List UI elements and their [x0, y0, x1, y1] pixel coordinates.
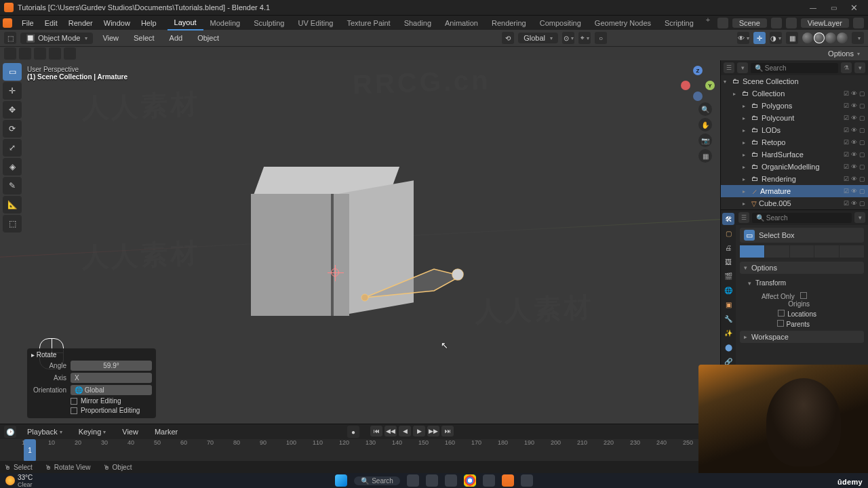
new-collection-icon[interactable]: ▾: [854, 62, 865, 73]
orientation-select[interactable]: Global: [518, 33, 558, 43]
orientation-icon[interactable]: ⟲: [502, 32, 514, 44]
obs-icon[interactable]: [521, 474, 533, 487]
outliner-item-collection[interactable]: ▸🗀Collection☑👁▢: [721, 87, 868, 100]
ptab-scene[interactable]: 🎬: [722, 270, 734, 282]
timeline-editor-icon[interactable]: 🕑: [4, 426, 16, 438]
scene-new-icon[interactable]: [771, 18, 782, 28]
taskview-icon[interactable]: [407, 474, 419, 487]
tool-transform[interactable]: ◈: [3, 158, 22, 176]
tool-rotate[interactable]: ⟳: [3, 120, 22, 138]
window-close-button[interactable]: ✕: [844, 1, 864, 14]
outliner-item-rendering[interactable]: ▸🗀Rendering☑👁▢: [721, 173, 868, 185]
tab-shading[interactable]: Shading: [397, 16, 438, 30]
add-workspace-button[interactable]: +: [701, 16, 715, 30]
ptab-modifier[interactable]: 🔧: [722, 312, 734, 325]
playback-menu[interactable]: Playback: [22, 424, 68, 439]
outliner-item-organicmodelling[interactable]: ▸🗀OrganicModelling☑👁▢: [721, 161, 868, 173]
weather-widget[interactable]: 33°C Clear: [5, 474, 33, 488]
options-panel-header[interactable]: ▾Options: [740, 262, 864, 274]
object-menu[interactable]: Object: [192, 30, 224, 45]
operator-panel[interactable]: ▸ Rotate Angle59.9° AxisX Orientation🌐 G…: [27, 348, 156, 418]
blender-taskbar-icon[interactable]: [502, 474, 514, 487]
chrome-icon[interactable]: [464, 474, 476, 487]
selmode-5[interactable]: [840, 245, 864, 258]
selmode-4[interactable]: [814, 245, 839, 258]
select-menu[interactable]: Select: [128, 30, 160, 45]
autokey-icon[interactable]: ●: [347, 426, 359, 438]
app-icon[interactable]: [3, 18, 12, 28]
mirror-check[interactable]: [71, 398, 77, 405]
editor-type-icon[interactable]: ⬚: [4, 32, 16, 44]
tab-sculpting[interactable]: Sculpting: [247, 16, 291, 30]
taskbar-search[interactable]: 🔍 Search: [354, 476, 400, 485]
camera-icon[interactable]: 📷: [698, 134, 712, 147]
filter-icon[interactable]: ⚗: [841, 62, 852, 73]
marker-menu[interactable]: Marker: [149, 424, 183, 439]
parents-check[interactable]: [777, 320, 784, 327]
menu-edit[interactable]: Edit: [39, 16, 63, 30]
keying-menu[interactable]: Keying: [73, 424, 112, 439]
mode-selector[interactable]: 🔲 Object Mode: [20, 33, 93, 44]
visibility-icon[interactable]: 👁: [737, 32, 749, 44]
next-key-button[interactable]: ▶▶: [427, 426, 439, 436]
menu-file[interactable]: File: [16, 16, 39, 30]
workspace-panel-header[interactable]: ▸Workspace: [740, 331, 864, 343]
play-rev-button[interactable]: ◀: [399, 426, 411, 436]
jump-start-button[interactable]: ⏮: [370, 426, 382, 436]
tl-view-menu[interactable]: View: [117, 424, 144, 439]
view-menu[interactable]: View: [97, 30, 124, 45]
outliner-item-polygons[interactable]: ▸🗀Polygons☑👁▢: [721, 100, 868, 112]
wireframe-shading[interactable]: [802, 33, 813, 43]
proportional-icon[interactable]: ○: [595, 32, 607, 44]
overlay-icon[interactable]: ◑: [770, 32, 782, 44]
outliner-root[interactable]: ▾🗀Scene Collection: [721, 75, 868, 87]
origins-check[interactable]: [800, 292, 807, 299]
outliner-mode-icon[interactable]: ▾: [737, 62, 748, 73]
widgets-icon[interactable]: [426, 474, 438, 487]
tab-scripting[interactable]: Scripting: [658, 16, 701, 30]
outliner-item-hardsurface[interactable]: ▸🗀HardSurface☑👁▢: [721, 148, 868, 161]
start-button[interactable]: [335, 474, 347, 487]
ptab-physics[interactable]: ⬤: [722, 341, 734, 353]
select-mode-new[interactable]: [4, 47, 16, 60]
pan-icon[interactable]: ✋: [698, 118, 712, 131]
select-mode-invert[interactable]: [49, 47, 61, 60]
tab-uv[interactable]: UV Editing: [291, 16, 340, 30]
scene-browse-icon[interactable]: [717, 18, 728, 28]
proportional-check[interactable]: [71, 407, 77, 414]
play-button[interactable]: ▶: [413, 426, 425, 436]
viewlayer-browse-icon[interactable]: [786, 18, 797, 28]
jump-end-button[interactable]: ⏭: [441, 426, 454, 436]
tab-texpaint[interactable]: Texture Paint: [340, 16, 397, 30]
ptab-object[interactable]: ▣: [722, 298, 734, 310]
outliner-search[interactable]: 🔍 Search: [751, 63, 838, 73]
window-minimize-button[interactable]: ―: [803, 1, 823, 14]
window-maximize-button[interactable]: ▭: [823, 1, 844, 14]
transform-panel-header[interactable]: ▾Transform: [748, 279, 864, 289]
props-search[interactable]: 🔍 Search: [752, 213, 852, 223]
selmode-2[interactable]: [765, 245, 789, 258]
tool-cursor[interactable]: ✛: [3, 82, 22, 100]
tool-scale[interactable]: ⤢: [3, 139, 22, 157]
nav-gizmo[interactable]: Z Y: [681, 66, 715, 100]
outliner-item-polycount[interactable]: ▸🗀Polycount☑👁▢: [721, 112, 868, 124]
pivot-icon[interactable]: ⊙: [562, 32, 574, 44]
props-editor-icon[interactable]: ☰: [738, 212, 749, 223]
select-mode-subtract[interactable]: [34, 47, 46, 60]
zoom-icon[interactable]: 🔍: [698, 102, 712, 116]
matprev-shading[interactable]: [825, 33, 836, 43]
tool-measure[interactable]: 📐: [3, 196, 22, 214]
options-dropdown[interactable]: Options: [828, 49, 860, 58]
angle-field[interactable]: 59.9°: [71, 361, 152, 371]
selmode-1[interactable]: [740, 245, 764, 258]
outliner-item-armature[interactable]: ▸⟋Armature☑👁▢: [721, 185, 868, 197]
snap-icon[interactable]: ⌖: [578, 32, 591, 44]
tab-layout[interactable]: Layout: [167, 16, 203, 30]
xray-icon[interactable]: ▦: [786, 32, 798, 44]
tool-annotate[interactable]: ✎: [3, 177, 22, 195]
playhead[interactable]: 1: [24, 439, 36, 462]
viewport[interactable]: 人人素材 RRCG.cn 人人素材 人人素材 ▭ ✛ ✥ ⟳ ⤢: [0, 60, 720, 424]
tool-move[interactable]: ✥: [3, 101, 22, 119]
explorer-icon[interactable]: [445, 474, 457, 487]
outliner-item-retopo[interactable]: ▸🗀Retopo☑👁▢: [721, 136, 868, 148]
